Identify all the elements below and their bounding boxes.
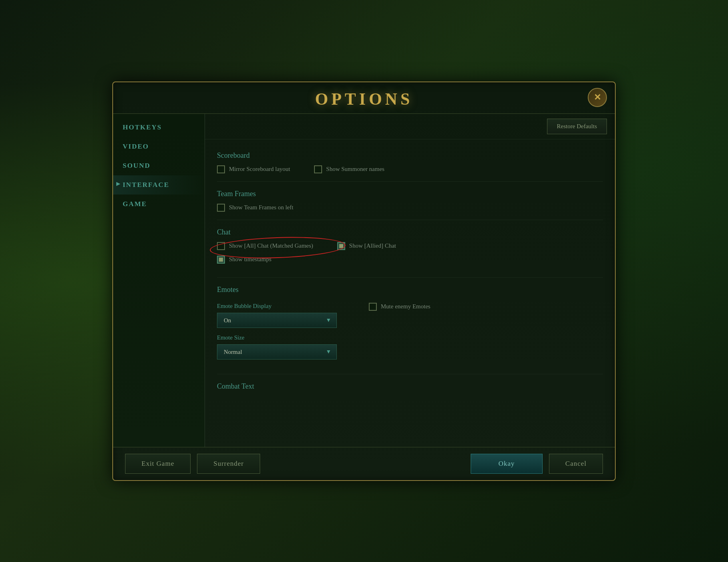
show-all-chat-option[interactable]: Show [All] Chat (Matched Games): [217, 242, 313, 250]
divider-2: [217, 220, 603, 220]
emote-size-label: Emote Size: [217, 334, 337, 341]
mirror-scoreboard-label: Mirror Scoreboard layout: [229, 166, 290, 173]
show-allied-chat-row: Show [Allied] Chat: [337, 242, 396, 250]
mute-enemy-emotes-option[interactable]: Mute enemy Emotes: [369, 303, 430, 311]
sidebar-item-video[interactable]: VIDEO: [113, 137, 205, 156]
show-team-frames-checkbox[interactable]: [217, 204, 225, 212]
scoreboard-options-row: Mirror Scoreboard layout Show Summoner n…: [217, 165, 603, 173]
show-timestamps-label: Show timestamps: [229, 256, 271, 263]
divider-4: [217, 374, 603, 374]
mirror-scoreboard-option[interactable]: Mirror Scoreboard layout: [217, 165, 290, 173]
show-timestamps-option[interactable]: Show timestamps: [217, 256, 271, 264]
emote-bubble-select[interactable]: On Off: [217, 313, 337, 328]
surrender-button[interactable]: Surrender: [197, 454, 260, 474]
cancel-button[interactable]: Cancel: [549, 454, 603, 474]
show-allied-chat-label: Show [Allied] Chat: [349, 242, 396, 249]
okay-button[interactable]: Okay: [471, 454, 543, 474]
sidebar-item-interface[interactable]: INTERFACE: [113, 175, 205, 195]
sidebar-item-hotkeys[interactable]: HOTKEYS: [113, 118, 205, 137]
show-all-chat-checkbox[interactable]: [217, 242, 225, 250]
show-summoner-names-checkbox[interactable]: [314, 165, 322, 173]
modal-header: OPTIONS ✕: [113, 82, 615, 114]
team-frames-section-title: Team Frames: [217, 190, 603, 198]
combat-text-section-title: Combat Text: [217, 382, 603, 391]
chat-right-col: Show [Allied] Chat: [337, 242, 396, 256]
chat-left-col: Show [All] Chat (Matched Games) Show tim…: [217, 242, 313, 269]
emotes-left-col: Emote Bubble Display On Off ▼ E: [217, 300, 337, 366]
main-content: Restore Defaults Scoreboard Mirror Score…: [205, 114, 615, 447]
scoreboard-section-title: Scoreboard: [217, 151, 603, 160]
show-all-chat-row: Show [All] Chat (Matched Games): [217, 242, 313, 250]
mute-enemy-emotes-checkbox[interactable]: [369, 303, 377, 311]
modal-footer: Exit Game Surrender Okay Cancel: [113, 447, 615, 480]
emote-size-select[interactable]: Small Normal Large: [217, 344, 337, 359]
show-summoner-names-label: Show Summoner names: [326, 166, 384, 173]
emotes-right-col: Mute enemy Emotes: [369, 300, 430, 316]
modal-body: HOTKEYS VIDEO SOUND INTERFACE GAME Resto…: [113, 114, 615, 447]
toolbar: Restore Defaults: [205, 114, 615, 139]
emote-size-container: Emote Size Small Normal Large ▼: [217, 334, 337, 359]
show-team-frames-option[interactable]: Show Team Frames on left: [217, 204, 293, 212]
emotes-section-title: Emotes: [217, 286, 603, 294]
team-frames-options-row: Show Team Frames on left: [217, 204, 603, 212]
show-timestamps-row: Show timestamps: [217, 256, 313, 264]
show-all-chat-label: Show [All] Chat (Matched Games): [229, 242, 313, 249]
emote-bubble-container: Emote Bubble Display On Off ▼: [217, 303, 337, 328]
chat-section-title: Chat: [217, 228, 603, 236]
mute-enemy-emotes-label: Mute enemy Emotes: [381, 303, 430, 310]
mute-enemy-emotes-row: Mute enemy Emotes: [369, 303, 430, 311]
emote-bubble-label: Emote Bubble Display: [217, 303, 337, 310]
exit-game-button[interactable]: Exit Game: [125, 454, 191, 474]
show-allied-chat-checkbox[interactable]: [337, 242, 345, 250]
emote-bubble-dropdown-wrapper: On Off ▼: [217, 313, 337, 328]
show-summoner-names-option[interactable]: Show Summoner names: [314, 165, 384, 173]
chat-options-row: Show [All] Chat (Matched Games) Show tim…: [217, 242, 603, 269]
emote-size-dropdown-wrapper: Small Normal Large ▼: [217, 344, 337, 359]
close-button[interactable]: ✕: [588, 88, 607, 107]
restore-defaults-button[interactable]: Restore Defaults: [547, 119, 607, 134]
modal-title: OPTIONS: [315, 90, 413, 108]
sidebar: HOTKEYS VIDEO SOUND INTERFACE GAME: [113, 114, 205, 447]
show-timestamps-checkbox[interactable]: [217, 256, 225, 264]
settings-area: Scoreboard Mirror Scoreboard layout Show…: [205, 139, 615, 404]
emotes-grid: Emote Bubble Display On Off ▼ E: [217, 300, 603, 366]
show-team-frames-label: Show Team Frames on left: [229, 204, 293, 211]
sidebar-item-sound[interactable]: SOUND: [113, 156, 205, 175]
divider-3: [217, 277, 603, 278]
options-modal: OPTIONS ✕ HOTKEYS VIDEO SOUND INTERFACE …: [112, 81, 616, 481]
mirror-scoreboard-checkbox[interactable]: [217, 165, 225, 173]
divider-1: [217, 181, 603, 182]
sidebar-item-game[interactable]: GAME: [113, 195, 205, 214]
show-allied-chat-option[interactable]: Show [Allied] Chat: [337, 242, 396, 250]
